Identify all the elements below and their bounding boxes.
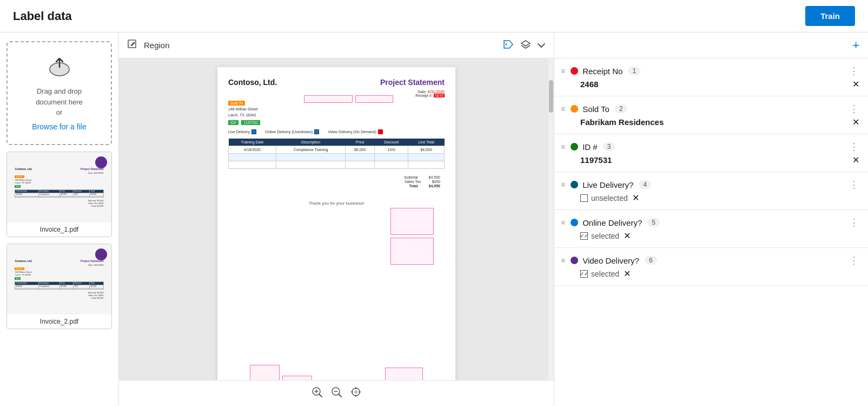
center-bottom-toolbar bbox=[119, 380, 554, 406]
drag-handle-6[interactable]: ≡ bbox=[561, 256, 565, 265]
label-count-3: 3 bbox=[603, 142, 615, 151]
doc-header: Contoso, Ltd. Project Statement bbox=[228, 78, 445, 87]
label-name-2: Sold To bbox=[582, 104, 609, 114]
label-header-4: ≡ Live Delivery? 4 ⋮ bbox=[561, 179, 859, 191]
upload-line3: or bbox=[56, 108, 63, 116]
zoom-out-button[interactable] bbox=[331, 387, 342, 400]
browse-link[interactable]: Browse for a file bbox=[32, 122, 86, 131]
label-dot-4 bbox=[571, 181, 578, 188]
label-item-2: ≡ Sold To 2 ⋮ Fabrikam Residences ✕ bbox=[554, 96, 868, 134]
label-value-row-5: ✓ selected ✕ bbox=[561, 231, 859, 241]
add-label-button[interactable]: + bbox=[852, 38, 859, 53]
label-more-1[interactable]: ⋮ bbox=[849, 65, 859, 77]
label-header-3: ≡ ID # 3 ⋮ bbox=[561, 141, 859, 153]
upload-line2: document here bbox=[36, 98, 83, 106]
online-delivery-item: Online Delivery (Livestream) bbox=[265, 129, 319, 134]
doc-company: Contoso, Ltd. bbox=[228, 78, 277, 87]
label-close-4[interactable]: ✕ bbox=[632, 193, 639, 203]
svg-point-3 bbox=[506, 43, 507, 45]
right-panel: + ≡ Receipt No 1 ⋮ 2468 ✕ ≡ Sold To 2 ⋮ … bbox=[554, 32, 868, 406]
center-panel: Region bbox=[119, 32, 554, 406]
label-count-2: 2 bbox=[615, 104, 627, 113]
doc-thank-you: Thank you for your business! bbox=[228, 201, 445, 206]
file-thumb-1[interactable]: Contoso, Ltd. Project Statement Date: 8/… bbox=[6, 152, 112, 237]
label-close-3[interactable]: ✕ bbox=[852, 155, 859, 165]
file-name-1: Invoice_1.pdf bbox=[7, 222, 111, 237]
app-header: Label data Train bbox=[0, 0, 868, 32]
label-name-5: Online Delivery? bbox=[582, 218, 642, 227]
checkbox-row-5: ✓ selected bbox=[580, 232, 619, 240]
label-value-5: selected bbox=[591, 232, 619, 240]
doc-id-section: ID# 1197531 bbox=[228, 120, 445, 125]
region-label: Region bbox=[144, 41, 170, 50]
label-value-row-6: ✓ selected ✕ bbox=[561, 269, 859, 279]
label-count-5: 5 bbox=[647, 218, 660, 227]
label-name-4: Live Delivery? bbox=[582, 180, 633, 189]
doc-sold-section: Sold To 148 Willow Street Larch, TX 1834… bbox=[228, 101, 445, 118]
label-header-1: ≡ Receipt No 1 ⋮ bbox=[561, 65, 859, 77]
thumb-mini-content-2: Contoso, Ltd. Project Statement Date: 8/… bbox=[15, 259, 103, 299]
train-button[interactable]: Train bbox=[805, 6, 855, 26]
label-value-row-2: Fabrikam Residences ✕ bbox=[561, 117, 859, 127]
label-item-1: ≡ Receipt No 1 ⋮ 2468 ✕ bbox=[554, 58, 868, 96]
label-close-5[interactable]: ✕ bbox=[624, 231, 631, 241]
drag-handle-4[interactable]: ≡ bbox=[561, 180, 565, 189]
svg-point-6 bbox=[352, 388, 360, 396]
label-close-1[interactable]: ✕ bbox=[852, 79, 859, 89]
label-name-1: Receipt No bbox=[582, 67, 622, 76]
field-checkbox-6: ✓ bbox=[580, 270, 588, 278]
label-header-6: ≡ Video Delivery? 6 ⋮ bbox=[561, 254, 859, 266]
pink-highlight-6 bbox=[282, 376, 312, 380]
doc-table: Training Date Description Price Discount… bbox=[228, 139, 445, 169]
label-item-5: ≡ Online Delivery? 5 ⋮ ✓ selected ✕ bbox=[554, 210, 868, 248]
label-dot-2 bbox=[571, 105, 578, 113]
label-value-4: unselected bbox=[591, 194, 628, 202]
upload-area[interactable]: Drag and drop document here or Browse fo… bbox=[6, 41, 112, 145]
drag-handle-5[interactable]: ≡ bbox=[561, 218, 565, 227]
doc-project-title: Project Statement bbox=[380, 78, 445, 87]
label-value-1: 2468 bbox=[580, 80, 848, 89]
checkbox-row-4: unselected bbox=[580, 194, 628, 202]
file-preview-2: Contoso, Ltd. Project Statement Date: 8/… bbox=[7, 244, 111, 315]
drag-handle-1[interactable]: ≡ bbox=[561, 67, 565, 75]
drag-handle-2[interactable]: ≡ bbox=[561, 104, 565, 113]
label-close-2[interactable]: ✕ bbox=[852, 117, 859, 127]
file-name-2: Invoice_2.pdf bbox=[7, 315, 111, 329]
field-checkbox-5: ✓ bbox=[580, 232, 588, 240]
thumb-mini-content-1: Contoso, Ltd. Project Statement Date: 8/… bbox=[15, 167, 103, 207]
upload-instructions: Drag and drop document here or bbox=[36, 86, 83, 118]
document-page: Contoso, Ltd. Project Statement Date: 8/… bbox=[217, 67, 455, 380]
label-dot-5 bbox=[571, 219, 578, 226]
label-more-3[interactable]: ⋮ bbox=[849, 141, 859, 153]
document-content: Contoso, Ltd. Project Statement Date: 8/… bbox=[119, 58, 554, 380]
field-checkbox-4 bbox=[580, 194, 588, 202]
label-close-6[interactable]: ✕ bbox=[624, 269, 631, 279]
file-thumb-2[interactable]: Contoso, Ltd. Project Statement Date: 8/… bbox=[6, 244, 112, 329]
label-dot-3 bbox=[571, 143, 578, 150]
label-count-1: 1 bbox=[628, 67, 640, 75]
label-dot-6 bbox=[571, 257, 578, 264]
doc-date-info: Date: 8/31/2020 Receipt #: NEW bbox=[228, 90, 445, 97]
label-name-3: ID # bbox=[582, 142, 598, 152]
zoom-in-button[interactable] bbox=[312, 387, 322, 400]
upload-line1: Drag and drop bbox=[37, 87, 82, 95]
label-value-row-4: unselected ✕ bbox=[561, 193, 859, 203]
chevron-down-icon[interactable] bbox=[538, 41, 545, 50]
drag-handle-3[interactable]: ≡ bbox=[561, 142, 565, 151]
layers-icon[interactable] bbox=[520, 40, 531, 51]
label-more-4[interactable]: ⋮ bbox=[849, 179, 859, 191]
crosshair-button[interactable] bbox=[350, 387, 361, 400]
left-panel: Drag and drop document here or Browse fo… bbox=[0, 32, 119, 406]
label-more-5[interactable]: ⋮ bbox=[849, 217, 859, 228]
page-title: Label data bbox=[13, 9, 72, 23]
label-more-2[interactable]: ⋮ bbox=[849, 103, 859, 115]
label-item-6: ≡ Video Delivery? 6 ⋮ ✓ selected ✕ bbox=[554, 248, 868, 286]
label-icon[interactable] bbox=[503, 40, 514, 51]
svg-point-7 bbox=[355, 391, 357, 393]
label-value-row-1: 2468 ✕ bbox=[561, 79, 859, 89]
label-more-6[interactable]: ⋮ bbox=[849, 254, 859, 266]
video-delivery-item: Video Delivery (On Demand) bbox=[328, 129, 382, 134]
label-value-3: 1197531 bbox=[580, 155, 848, 165]
label-name-6: Video Delivery? bbox=[582, 256, 639, 265]
label-dot-1 bbox=[571, 67, 578, 75]
